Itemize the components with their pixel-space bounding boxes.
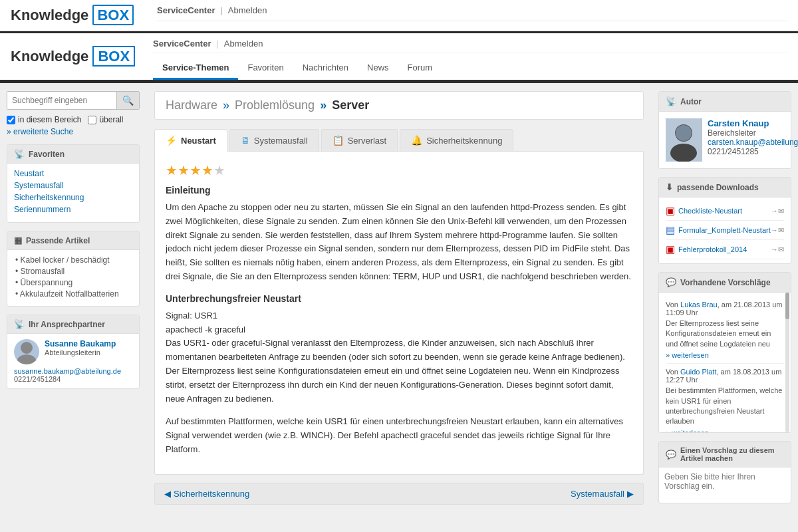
author-phone: 0221/2451285 [708,147,798,156]
downloads-header: ⬇ passende Downloads [659,178,791,198]
nav-tab-favoriten[interactable]: Favoriten [238,57,293,80]
logo-text-knowledge: Knowledge [11,48,92,65]
passende-artikel-body: • Kabel locker / beschädigt• Stromausfal… [7,250,139,306]
author-name[interactable]: Carsten Knaup [708,118,798,128]
favoriten-item[interactable]: Sicherheitskennung [14,193,132,202]
vorschlag-input[interactable] [659,467,791,501]
advanced-search-link[interactable]: » erweiterte Suche [7,127,140,136]
svg-point-0 [21,342,33,354]
contact-avatar-svg [14,339,39,364]
service-center-bar: ServiceCenter | Abmelden [157,0,787,18]
tab-serverlast[interactable]: 📋Serverlast [321,129,398,151]
nav-row: Service-ThemenFavoritenNachrichtenNewsFo… [153,57,787,80]
favoriten-item[interactable]: Systemausfall [14,181,132,190]
vorschlag-more[interactable]: » weiterlesen [666,351,784,359]
checkbox-bereich-text: in diesem Bereich [18,115,81,124]
contact-email[interactable]: susanne.baukamp@abteilung.de [14,367,132,375]
passende-item: • Kabel locker / beschädigt [14,255,132,265]
word-icon: ▤ [666,224,675,236]
star-2[interactable]: ★ [178,163,190,178]
abmelden-button[interactable]: Abmelden [224,39,263,49]
abmelden-link[interactable]: Abmelden [228,5,267,15]
autor-section: 📡 Autor Carsten Knaup Bereichsleiter car… [658,91,791,169]
vorschlag-more[interactable]: » weiterlesen [666,429,784,432]
star-rating[interactable]: ★★★★★ [166,162,632,178]
contact-name[interactable]: Susanne Baukamp [45,339,116,348]
author-avatar-svg [666,118,702,162]
ansprechpartner-section: 📡 Ihr Ansprechpartner Susanne Baukamp Ab… [7,315,140,389]
search-input[interactable] [7,92,116,109]
tab-icon-3: 🔔 [411,135,422,146]
favoriten-item[interactable]: Neustart [14,169,132,178]
checkbox-ueberall-text: überall [99,115,123,124]
star-3[interactable]: ★ [190,163,201,178]
tab-systemausfall[interactable]: 🖥Systemausfall [229,129,319,151]
download-name[interactable]: Fehlerprotokoll_2014 [678,245,747,253]
nav-tab-nachrichten[interactable]: Nachrichten [293,57,358,80]
breadcrumb-arrow2: » [320,98,327,112]
vorschlag-text: Bei bestimmten Plattformen, welche kein … [666,386,784,427]
download-action[interactable]: →✉ [771,226,784,235]
vorschlag-author[interactable]: Lukas Brau [680,301,718,309]
nav-next-label: Systemausfall [571,489,624,499]
scrollbar-thumb[interactable] [785,293,789,319]
contact-phone: 0221/2451284 [14,375,132,383]
checkbox-ueberall[interactable] [88,116,96,124]
download-name[interactable]: Formular_Komplett-Neustart [678,226,771,234]
favoriten-item[interactable]: Seriennummern [14,205,132,214]
nav-prev-label: Sicherheitskennung [174,489,249,499]
contact-avatar [14,339,39,364]
bottom-navigation: ◀ Sicherheitskennung Systemausfall ▶ [154,483,644,505]
tab-sicherheitskennung[interactable]: 🔔Sicherheitskennung [400,129,513,151]
checkbox-ueberall-label[interactable]: überall [88,115,123,124]
star-5[interactable]: ★ [213,163,225,178]
vorschlag-machen-title: Einen Vorschlag zu diesem Artikel machen [680,446,784,462]
vorschlag-item: Von Guido Platt, am 18.08.2013 um 12:27 … [666,364,784,432]
download-item: ▣Fehlerprotokoll_2014→✉ [666,240,784,259]
breadcrumb-hardware[interactable]: Hardware [166,98,217,112]
logo-knowledge: Knowledge [11,7,92,23]
checkbox-bereich-label[interactable]: in diesem Bereich [7,115,81,124]
nav-next[interactable]: Systemausfall ▶ [571,489,634,499]
passende-item: • Überspannung [14,278,132,287]
tab-label: Serverlast [348,136,387,146]
nav-prev[interactable]: ◀ Sicherheitskennung [164,489,249,499]
search-button[interactable]: 🔍 [116,92,139,109]
checkbox-bereich[interactable] [7,116,15,124]
tab-icon-2: 📋 [332,135,344,146]
pdf-icon: ▣ [666,205,675,217]
tab-neustart[interactable]: ⚡Neustart [154,129,227,152]
favoriten-title: Favoriten [29,150,65,159]
vorschlag-author[interactable]: Guido Platt [680,368,716,376]
download-name[interactable]: Checkliste-Neustart [678,207,742,215]
nav-tab-forum[interactable]: Forum [398,57,442,80]
download-item: ▤Formular_Komplett-Neustart→✉ [666,221,784,240]
logo: Knowledge BOX [11,7,134,24]
chat-icon-2: 💬 [666,450,676,460]
page-header: Knowledge BOX ServiceCenter | Abmelden [0,0,798,31]
article-body1: Signal: USR1 apachectl -k graceful Das U… [166,309,632,406]
breadcrumb-problemloesung[interactable]: Problemlösung [235,98,315,112]
author-avatar [666,118,702,162]
scrollbar-track[interactable] [785,293,789,432]
tab-label: Neustart [181,136,216,146]
download-action[interactable]: →✉ [771,207,784,215]
passende-artikel-section: ▦ Passende Artikel • Kabel locker / besc… [7,231,140,307]
vorschlaege-section: 💬 Vorhandene Vorschläge Von Lukas Brau, … [658,272,791,433]
breadcrumb-arrow1: » [223,98,229,112]
star-1[interactable]: ★ [166,163,178,178]
contact-title: Abteilungsleiterin [45,348,116,356]
download-action[interactable]: →✉ [771,245,784,254]
favoriten-section: 📡 Favoriten NeustartSystemausfallSicherh… [7,144,140,223]
vorschlag-item: Von Lukas Brau, am 21.08.2013 um 11:09 U… [666,297,784,364]
star-4[interactable]: ★ [201,163,213,178]
svg-point-1 [17,354,36,364]
favoriten-header: 📡 Favoriten [7,145,139,164]
nav-tab-news[interactable]: News [358,57,398,80]
author-role: Bereichsleiter [708,128,798,138]
author-email[interactable]: carsten.knaup@abteilung.de [708,138,798,147]
svg-point-5 [676,125,692,141]
logo: Knowledge BOX [11,49,135,64]
downloads-title: passende Downloads [677,183,759,192]
nav-tab-servicethemen[interactable]: Service-Themen [153,57,238,80]
